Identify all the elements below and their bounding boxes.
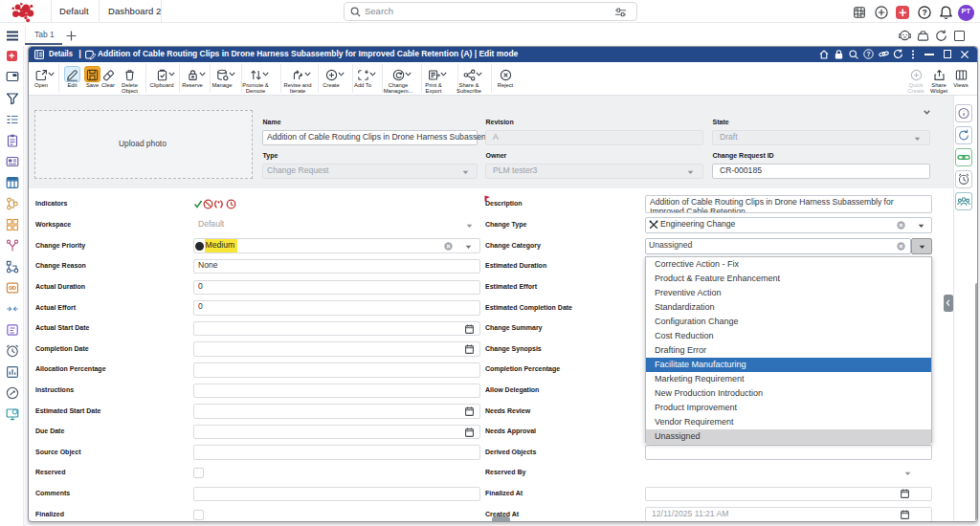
svg-text:?: ? [867,51,871,57]
svg-text:?: ? [922,8,926,17]
